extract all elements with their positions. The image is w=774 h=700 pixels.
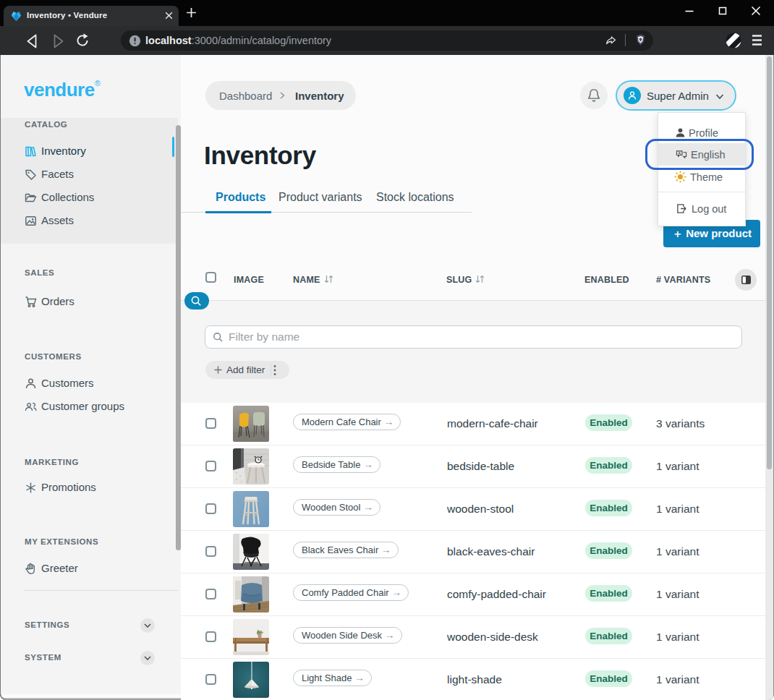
svg-text:A: A: [678, 151, 681, 155]
